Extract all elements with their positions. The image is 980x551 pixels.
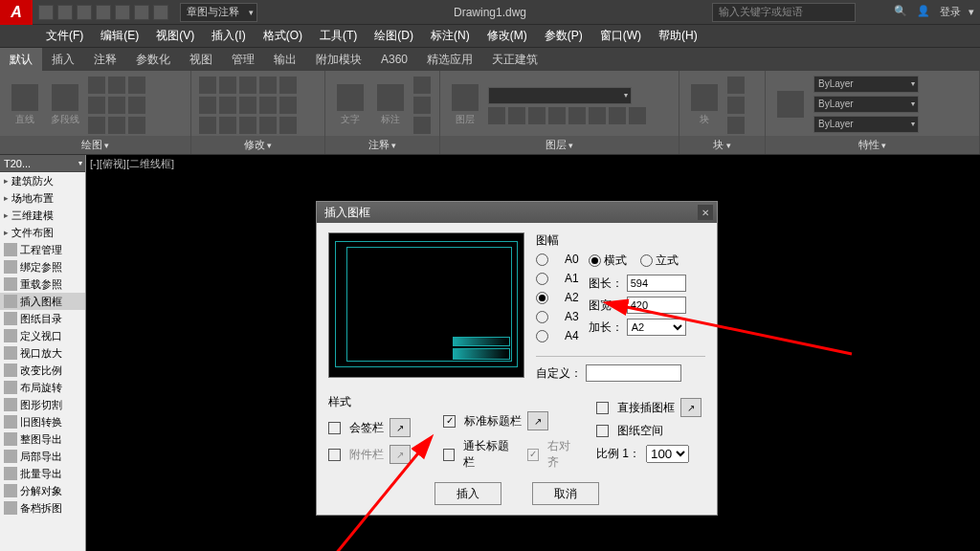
tab-output[interactable]: 输出 [264,48,306,72]
check-long-title[interactable] [443,449,455,461]
panel-draw-label[interactable]: 绘图 [0,136,190,154]
extend-select[interactable]: A2 [627,319,686,336]
tab-default[interactable]: 默认 [0,48,42,72]
check-std-title[interactable] [443,415,456,428]
sidebar-item-10[interactable]: 视口放大 [0,344,85,362]
menu-dim[interactable]: 标注(N) [423,25,478,47]
menu-insert[interactable]: 插入(I) [204,25,253,47]
panel-modify-label[interactable]: 修改 [191,136,324,154]
sidebar-item-16[interactable]: 局部导出 [0,448,85,465]
radio-a2[interactable]: A2 [536,291,579,304]
sidebar-item-14[interactable]: 旧图转换 [0,413,85,430]
custom-input[interactable] [586,364,681,382]
sidebar-item-4[interactable]: 工程管理 [0,241,85,258]
check-paperspace[interactable] [596,425,609,437]
sidebar-item-3[interactable]: 文件布图 [0,224,85,241]
panel-layer-label[interactable]: 图层 [440,136,679,154]
open-icon[interactable] [57,5,73,20]
tab-addins[interactable]: 附加模块 [306,48,371,72]
panel-properties-label[interactable]: 特性 [766,136,979,154]
menu-format[interactable]: 格式(O) [256,25,310,47]
panel-annotate-label[interactable]: 注释 [325,136,439,154]
scale-select[interactable]: 100 [646,445,689,463]
layer-dropdown[interactable] [488,87,632,104]
tab-tangent[interactable]: 天正建筑 [482,48,547,72]
menu-file[interactable]: 文件(F) [38,25,91,47]
sidebar-item-17[interactable]: 批量导出 [0,465,85,482]
color-dropdown[interactable]: ByLayer [813,76,919,93]
width-input[interactable] [627,297,686,314]
chevron-down-icon[interactable]: ▾ [969,6,974,18]
menu-help[interactable]: 帮助(H) [651,25,705,47]
sidebar-item-6[interactable]: 重载参照 [0,276,85,293]
pick-signcol[interactable]: ↗ [390,418,411,437]
radio-a1[interactable]: A1 [536,272,579,285]
sidebar-item-2[interactable]: 三维建模 [0,207,85,224]
tab-param[interactable]: 参数化 [126,48,180,72]
cancel-button[interactable]: 取消 [532,482,599,505]
length-input[interactable] [627,275,686,292]
check-direct[interactable] [596,402,609,414]
menu-param[interactable]: 参数(P) [537,25,590,47]
search-input[interactable]: 输入关键字或短语 [712,3,856,22]
text-button[interactable]: 文字 [333,81,368,129]
workspace-dropdown[interactable]: 章图与注释 [180,3,257,22]
sidebar-item-8[interactable]: 图纸目录 [0,310,85,327]
insert-button[interactable]: 插入 [434,482,501,505]
tab-insert[interactable]: 插入 [42,48,84,72]
binoculars-icon[interactable]: 🔍 [894,5,909,20]
dialog-titlebar[interactable]: 插入图框 ✕ [317,202,717,223]
tab-a360[interactable]: A360 [371,49,417,70]
pick-attach[interactable]: ↗ [390,445,411,464]
sidebar-tab[interactable]: T20... [0,155,85,172]
sidebar-item-18[interactable]: 分解对象 [0,482,85,499]
undo-icon[interactable] [134,5,149,20]
tab-manage[interactable]: 管理 [222,48,264,72]
menu-edit[interactable]: 编辑(E) [93,25,146,47]
polyline-button[interactable]: 多段线 [48,81,82,129]
line-button[interactable]: 直线 [8,81,42,129]
radio-a4[interactable]: A4 [536,329,579,342]
redo-icon[interactable] [153,5,168,20]
pick-std-title[interactable]: ↗ [527,411,548,430]
pick-direct[interactable]: ↗ [680,398,702,417]
login-label[interactable]: 登录 [940,5,961,19]
menu-modify[interactable]: 修改(M) [479,25,535,47]
sidebar-item-12[interactable]: 布局旋转 [0,379,85,396]
sidebar-item-19[interactable]: 备档拆图 [0,499,85,517]
panel-block-label[interactable]: 块 [679,136,765,154]
viewport-label[interactable]: [-][俯视][二维线框] [90,157,174,171]
menu-tools[interactable]: 工具(T) [312,25,365,47]
sidebar-item-13[interactable]: 图形切割 [0,396,85,413]
menu-draw[interactable]: 绘图(D) [367,25,421,47]
tab-featured[interactable]: 精选应用 [417,48,482,72]
user-icon[interactable]: 👤 [917,5,932,20]
close-icon[interactable]: ✕ [698,205,713,220]
matchprop-button[interactable] [773,81,808,129]
radio-horizontal[interactable]: 横式 [589,253,627,269]
block-button[interactable]: 块 [687,81,722,129]
radio-a3[interactable]: A3 [536,310,579,323]
sidebar-item-insert-frame[interactable]: 插入图框 [0,293,85,310]
radio-vertical[interactable]: 立式 [640,253,679,269]
sidebar-item-15[interactable]: 整图导出 [0,430,85,448]
check-signcol[interactable] [328,422,341,434]
sidebar-item-9[interactable]: 定义视口 [0,327,85,344]
sidebar-item-1[interactable]: 场地布置 [0,189,85,207]
tab-annotate[interactable]: 注释 [84,48,126,72]
layer-button[interactable]: 图层 [448,81,482,129]
radio-a0[interactable]: A0 [536,253,579,266]
tab-view[interactable]: 视图 [180,48,222,72]
dim-button[interactable]: 标注 [373,81,408,129]
lineweight-dropdown[interactable]: ByLayer [813,96,919,113]
menu-window[interactable]: 窗口(W) [592,25,649,47]
sidebar-item-0[interactable]: 建筑防火 [0,172,85,189]
saveas-icon[interactable] [96,5,111,20]
new-icon[interactable] [38,5,54,20]
save-icon[interactable] [77,5,92,20]
sidebar-item-5[interactable]: 绑定参照 [0,258,85,276]
sidebar-item-11[interactable]: 改变比例 [0,362,85,379]
menu-view[interactable]: 视图(V) [148,25,202,47]
linetype-dropdown[interactable]: ByLayer [813,116,919,133]
print-icon[interactable] [115,5,130,20]
